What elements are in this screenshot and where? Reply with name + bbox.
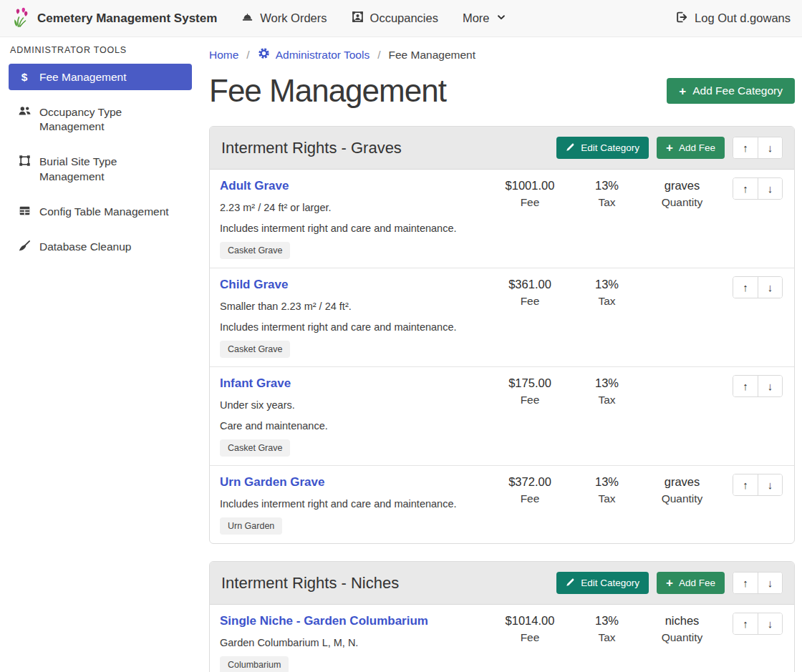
arrow-down-icon: ↓ — [768, 618, 773, 630]
sidebar-item-burial-site-type-management[interactable]: Burial Site Type Management — [9, 148, 192, 189]
fee-amount-label: Fee — [491, 631, 569, 644]
category-reorder-group: ↑ ↓ — [733, 572, 783, 594]
fee-tax-col: 13% Tax — [569, 613, 644, 644]
fee-name-link[interactable]: Single Niche - Garden Columbarium — [220, 613, 428, 629]
fee-description: 2.23 m² / 24 ft² or larger. — [220, 201, 491, 215]
fee-type-badge: Casket Grave — [220, 439, 290, 457]
sidebar-item-label: Fee Management — [39, 69, 127, 84]
fee-item: Infant Grave Under six years.Care and ma… — [210, 366, 794, 465]
move-category-down-button[interactable]: ↓ — [758, 137, 782, 158]
sidebar: ADMINISTRATOR TOOLS $ Fee Management Occ… — [0, 37, 200, 268]
logout-link[interactable]: Log Out d.gowans — [675, 11, 791, 26]
move-fee-up-button[interactable]: ↑ — [733, 613, 758, 634]
brand-title: Cemetery Management System — [37, 11, 217, 26]
fee-amount-value: $372.00 — [491, 474, 569, 490]
sidebar-item-occupancy-type-management[interactable]: Occupancy Type Management — [9, 99, 192, 140]
breadcrumb-separator: / — [377, 49, 380, 62]
fee-type-badge: Casket Grave — [220, 341, 290, 358]
fee-amount-value: $1001.00 — [491, 177, 569, 194]
edit-category-label: Edit Category — [581, 142, 639, 153]
fee-tax-label: Tax — [569, 394, 644, 406]
move-fee-up-button[interactable]: ↑ — [733, 474, 758, 495]
fee-description: Includes interment right and care and ma… — [220, 222, 491, 235]
fee-tax-label: Tax — [569, 295, 644, 308]
add-fee-category-button[interactable]: + Add Fee Category — [667, 78, 795, 104]
page-title: Fee Management — [209, 73, 446, 109]
add-fee-category-label: Add Fee Category — [692, 84, 783, 97]
fee-name-link[interactable]: Child Grave — [220, 276, 288, 293]
fee-main: Infant Grave Under six years.Care and ma… — [220, 375, 491, 457]
nav-occupancies[interactable]: Occupancies — [352, 11, 438, 26]
move-fee-up-button[interactable]: ↑ — [733, 277, 758, 298]
fee-reorder-group: ↑ ↓ — [733, 375, 783, 397]
sidebar-item-config-table-management[interactable]: Config Table Management — [9, 198, 192, 225]
fee-quantity-label: Quantity — [644, 196, 720, 209]
chevron-down-icon — [496, 11, 506, 25]
fee-description: Includes interment right and care and ma… — [220, 497, 491, 511]
fee-tax-value: 13% — [569, 474, 644, 490]
fee-description: Under six years. — [220, 399, 491, 412]
move-fee-up-button[interactable]: ↑ — [733, 376, 758, 396]
add-fee-button[interactable]: + Add Fee — [657, 137, 725, 159]
fee-tax-label: Tax — [569, 492, 644, 505]
fee-amount-value: $1014.00 — [491, 613, 569, 629]
fee-tax-col: 13% Tax — [569, 375, 644, 406]
fee-amount-label: Fee — [491, 394, 569, 406]
main-content: Home / Administrator Tools / Fee Managem… — [200, 37, 802, 672]
add-fee-label: Add Fee — [679, 578, 715, 588]
fee-name-link[interactable]: Infant Grave — [220, 375, 291, 391]
arrow-up-icon: ↑ — [743, 577, 748, 589]
fee-amount-col: $361.00 Fee — [491, 276, 569, 308]
fee-tax-value: 13% — [569, 613, 644, 629]
move-category-up-button[interactable]: ↑ — [733, 137, 758, 158]
move-category-up-button[interactable]: ↑ — [733, 573, 758, 593]
fee-tax-col: 13% Tax — [569, 177, 644, 209]
fee-amount-value: $361.00 — [491, 276, 569, 293]
plus-icon: + — [679, 85, 686, 97]
fee-quantity-value: niches — [644, 613, 720, 629]
fee-name-link[interactable]: Adult Grave — [220, 177, 289, 194]
arrow-up-icon: ↑ — [743, 182, 748, 195]
breadcrumb-home-label: Home — [209, 49, 238, 62]
fee-name-link[interactable]: Urn Garden Grave — [220, 474, 324, 490]
people-icon — [17, 105, 32, 117]
logout-label: Log Out d.gowans — [695, 11, 791, 25]
sidebar-item-label: Database Cleanup — [39, 239, 131, 254]
fee-quantity-col: niches Quantity — [644, 613, 720, 644]
fee-descriptions: Includes interment right and care and ma… — [220, 497, 491, 511]
breadcrumb-admin-tools-link[interactable]: Administrator Tools — [258, 47, 370, 62]
fee-descriptions: 2.23 m² / 24 ft² or larger.Includes inte… — [220, 201, 491, 235]
add-fee-button[interactable]: + Add Fee — [657, 572, 725, 594]
fee-item: Adult Grave 2.23 m² / 24 ft² or larger.I… — [210, 170, 794, 268]
fee-tax-value: 13% — [569, 375, 644, 391]
brand-link[interactable]: Cemetery Management System — [11, 7, 217, 30]
fee-description: Includes interment right and care and ma… — [220, 321, 491, 334]
arrow-up-icon: ↑ — [743, 281, 748, 293]
badge-wrap: Casket Grave — [220, 242, 491, 259]
fee-tax-value: 13% — [569, 276, 644, 293]
move-category-down-button[interactable]: ↓ — [758, 573, 782, 593]
move-fee-up-button[interactable]: ↑ — [733, 178, 758, 199]
fee-quantity-value: graves — [644, 177, 720, 194]
badge-wrap: Columbarium — [220, 656, 491, 672]
dollar-icon: $ — [17, 70, 32, 84]
fee-type-badge: Urn Garden — [220, 517, 282, 535]
fee-tax-col: 13% Tax — [569, 474, 644, 505]
sidebar-item-fee-management[interactable]: $ Fee Management — [9, 64, 192, 90]
fee-type-badge: Columbarium — [220, 656, 289, 672]
category-reorder-group: ↑ ↓ — [733, 137, 783, 159]
fee-description: Garden Columbarium L, M, N. — [220, 636, 491, 650]
move-fee-down-button[interactable]: ↓ — [758, 613, 782, 634]
move-fee-down-button[interactable]: ↓ — [758, 277, 782, 298]
edit-category-button[interactable]: Edit Category — [556, 137, 649, 159]
nav-work-orders-label: Work Orders — [260, 11, 327, 25]
edit-category-button[interactable]: Edit Category — [556, 572, 649, 594]
sidebar-item-database-cleanup[interactable]: Database Cleanup — [9, 233, 192, 260]
move-fee-down-button[interactable]: ↓ — [758, 178, 782, 199]
move-fee-down-button[interactable]: ↓ — [758, 376, 782, 396]
breadcrumb-home-link[interactable]: Home — [209, 49, 238, 62]
nav-more[interactable]: More — [463, 11, 506, 25]
nav-work-orders[interactable]: Work Orders — [241, 11, 327, 26]
move-fee-down-button[interactable]: ↓ — [758, 474, 782, 495]
fee-tax-value: 13% — [569, 177, 644, 194]
